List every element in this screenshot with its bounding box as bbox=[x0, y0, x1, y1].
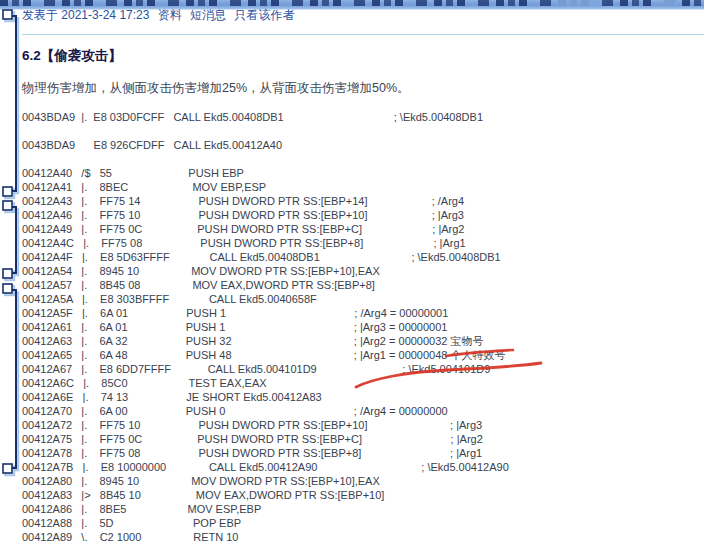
profile-link[interactable]: 资料 bbox=[158, 8, 182, 22]
post-body: 发表于 2021-3-24 17:23 资料 短消息 只看该作者 6.2【偷袭攻… bbox=[22, 0, 704, 544]
view-author-only-link[interactable]: 只看该作者 bbox=[234, 8, 294, 22]
posted-timestamp: 发表于 2021-3-24 17:23 bbox=[22, 8, 149, 22]
assembly-code-block: 0043BDA9 |. E8 03D0FCFF CALL Ekd5.00408D… bbox=[22, 110, 704, 544]
short-message-link[interactable]: 短消息 bbox=[190, 8, 226, 22]
code-bracket bbox=[12, 16, 16, 468]
post-header-row: 发表于 2021-3-24 17:23 资料 短消息 只看该作者 bbox=[22, 0, 704, 35]
left-margin-bracket-annotations bbox=[0, 0, 22, 549]
section-title: 6.2【偷袭攻击】 bbox=[22, 47, 704, 65]
skill-description: 物理伤害增加，从侧面攻击伤害增加25%，从背面攻击伤害增加50%。 bbox=[22, 80, 704, 97]
